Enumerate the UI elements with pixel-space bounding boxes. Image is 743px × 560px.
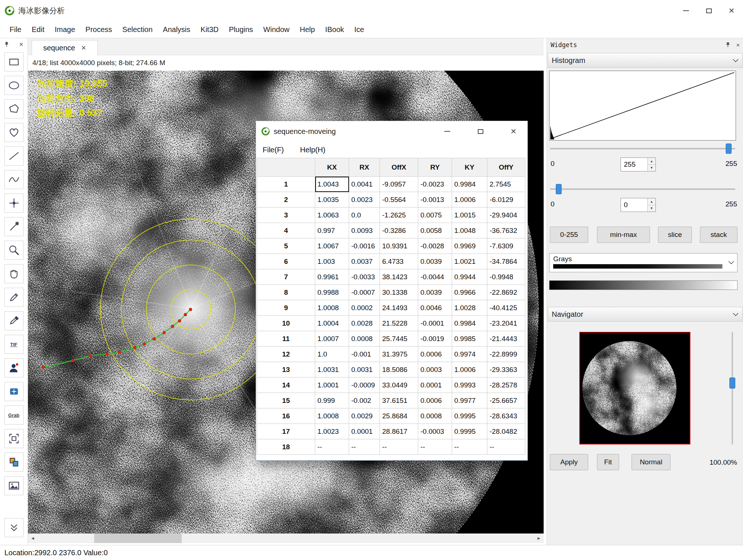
column-header[interactable] bbox=[257, 158, 315, 177]
row-header[interactable]: 2 bbox=[257, 192, 315, 208]
spin-up-icon[interactable]: ▲ bbox=[648, 198, 655, 205]
table-cell[interactable]: 0.9988 bbox=[315, 285, 349, 300]
column-header[interactable]: OffY bbox=[487, 158, 525, 177]
column-header[interactable]: OffX bbox=[380, 158, 418, 177]
table-cell[interactable]: 1.0008 bbox=[315, 300, 349, 316]
row-header[interactable]: 1 bbox=[257, 177, 315, 192]
table-cell[interactable]: 1.0004 bbox=[315, 316, 349, 331]
table-cell[interactable]: -- bbox=[487, 439, 525, 455]
table-cell[interactable]: -0.0003 bbox=[418, 424, 452, 439]
table-cell[interactable]: -1.2625 bbox=[380, 208, 418, 223]
point-tool[interactable] bbox=[4, 194, 24, 213]
table-cell[interactable]: 10.9391 bbox=[380, 238, 418, 254]
moveing-menu-help[interactable]: Help(H) bbox=[300, 146, 326, 154]
table-cell[interactable]: -0.0019 bbox=[418, 331, 452, 347]
table-cell[interactable]: -0.3286 bbox=[380, 223, 418, 238]
slice-button[interactable]: slice bbox=[658, 227, 692, 243]
rect-select-tool[interactable] bbox=[4, 52, 24, 71]
table-cell[interactable]: 0.0039 bbox=[418, 285, 452, 300]
menu-help[interactable]: Help bbox=[295, 25, 320, 34]
row-header[interactable]: 11 bbox=[257, 331, 315, 347]
min-max-button[interactable]: min-max bbox=[597, 227, 650, 243]
menu-process[interactable]: Process bbox=[80, 25, 117, 34]
table-cell[interactable]: 6.4733 bbox=[380, 254, 418, 269]
table-cell[interactable]: 1.0006 bbox=[452, 362, 487, 378]
table-cell[interactable]: -28.6343 bbox=[487, 408, 525, 424]
table-cell[interactable]: 1.0006 bbox=[452, 192, 487, 208]
table-cell[interactable]: -0.001 bbox=[349, 347, 380, 362]
stack-tools-tool[interactable] bbox=[4, 453, 24, 472]
table-cell[interactable]: 1.0028 bbox=[452, 300, 487, 316]
pin-icon[interactable] bbox=[725, 42, 730, 48]
table-cell[interactable]: -0.5564 bbox=[380, 192, 418, 208]
table-cell[interactable]: 0.0006 bbox=[418, 393, 452, 408]
table-cell[interactable]: 1.0043 bbox=[315, 177, 349, 192]
close-button[interactable]: ✕ bbox=[720, 0, 743, 21]
table-cell[interactable]: -25.6657 bbox=[487, 393, 525, 408]
table-cell[interactable]: -- bbox=[349, 439, 380, 455]
wand-tool[interactable] bbox=[4, 217, 24, 236]
table-cell[interactable]: -22.8999 bbox=[487, 347, 525, 362]
tab-sequence[interactable]: sequence ✕ bbox=[32, 40, 98, 56]
max-slider-track[interactable] bbox=[550, 148, 735, 149]
max-slider-thumb[interactable] bbox=[726, 143, 732, 154]
column-header[interactable]: KX bbox=[315, 158, 349, 177]
pencil-tool[interactable] bbox=[4, 288, 24, 307]
table-cell[interactable]: 0.0006 bbox=[418, 347, 452, 362]
table-cell[interactable]: -0.0028 bbox=[418, 238, 452, 254]
table-cell[interactable]: 0.0008 bbox=[349, 331, 380, 347]
row-header[interactable]: 14 bbox=[257, 378, 315, 393]
table-cell[interactable]: -22.8692 bbox=[487, 285, 525, 300]
menu-file[interactable]: File bbox=[4, 25, 26, 34]
table-cell[interactable]: 0.9993 bbox=[452, 378, 487, 393]
table-cell[interactable]: -21.4443 bbox=[487, 331, 525, 347]
table-cell[interactable]: 0.0001 bbox=[418, 378, 452, 393]
table-cell[interactable]: 18.5086 bbox=[380, 362, 418, 378]
menu-ibook[interactable]: IBook bbox=[320, 25, 349, 34]
table-cell[interactable]: 0.0037 bbox=[349, 254, 380, 269]
table-cell[interactable]: 1.0001 bbox=[315, 378, 349, 393]
table-cell[interactable]: -28.2578 bbox=[487, 378, 525, 393]
roi-manager-tool[interactable] bbox=[4, 358, 24, 378]
table-cell[interactable]: 0.9995 bbox=[452, 408, 487, 424]
table-cell[interactable]: 0.0029 bbox=[349, 408, 380, 424]
table-cell[interactable]: 0.0023 bbox=[349, 192, 380, 208]
moveing-window[interactable]: sequence-moveing ✕ File(F) Help(H) KXRXO… bbox=[256, 121, 528, 461]
line-tool[interactable] bbox=[4, 146, 24, 166]
moveing-title-bar[interactable]: sequence-moveing ✕ bbox=[256, 121, 527, 142]
tab-close-icon[interactable]: ✕ bbox=[81, 44, 86, 52]
table-cell[interactable]: 0.0093 bbox=[349, 223, 380, 238]
table-cell[interactable]: -0.0033 bbox=[349, 269, 380, 285]
table-cell[interactable]: 33.0449 bbox=[380, 378, 418, 393]
table-cell[interactable]: -9.0957 bbox=[380, 177, 418, 192]
table-cell[interactable]: 1.0063 bbox=[315, 208, 349, 223]
max-value-spinbox[interactable]: 255 ▲▼ bbox=[621, 157, 656, 171]
table-cell[interactable]: 1.0008 bbox=[315, 408, 349, 424]
table-cell[interactable]: 0.0028 bbox=[349, 316, 380, 331]
table-cell[interactable]: 0.0039 bbox=[418, 254, 452, 269]
table-cell[interactable]: 0.0 bbox=[349, 208, 380, 223]
scroll-left-icon[interactable]: ◄ bbox=[28, 534, 38, 543]
menu-kit3d[interactable]: Kit3D bbox=[195, 25, 224, 34]
spin-up-icon[interactable]: ▲ bbox=[648, 158, 655, 164]
table-cell[interactable]: -0.0023 bbox=[418, 177, 452, 192]
menu-edit[interactable]: Edit bbox=[26, 25, 49, 34]
table-cell[interactable]: 1.0 bbox=[315, 347, 349, 362]
row-header[interactable]: 5 bbox=[257, 238, 315, 254]
table-cell[interactable]: -- bbox=[315, 439, 349, 455]
maximize-button[interactable] bbox=[472, 123, 488, 139]
table-cell[interactable]: 1.0015 bbox=[452, 208, 487, 223]
table-cell[interactable]: 0.9995 bbox=[452, 424, 487, 439]
table-cell[interactable]: 0.0041 bbox=[349, 177, 380, 192]
table-cell[interactable]: 0.9977 bbox=[452, 393, 487, 408]
row-header[interactable]: 18 bbox=[257, 439, 315, 455]
min-value-spinbox[interactable]: 0 ▲▼ bbox=[621, 198, 656, 212]
row-header[interactable]: 6 bbox=[257, 254, 315, 269]
scrollbar-track[interactable] bbox=[38, 534, 534, 543]
table-cell[interactable]: 0.0046 bbox=[418, 300, 452, 316]
table-cell[interactable]: 0.9944 bbox=[452, 269, 487, 285]
more-tools-button[interactable] bbox=[4, 518, 24, 537]
lut-dropdown[interactable]: Grays bbox=[549, 253, 737, 272]
table-cell[interactable]: 0.9969 bbox=[452, 238, 487, 254]
overlay-tool[interactable] bbox=[4, 382, 24, 401]
